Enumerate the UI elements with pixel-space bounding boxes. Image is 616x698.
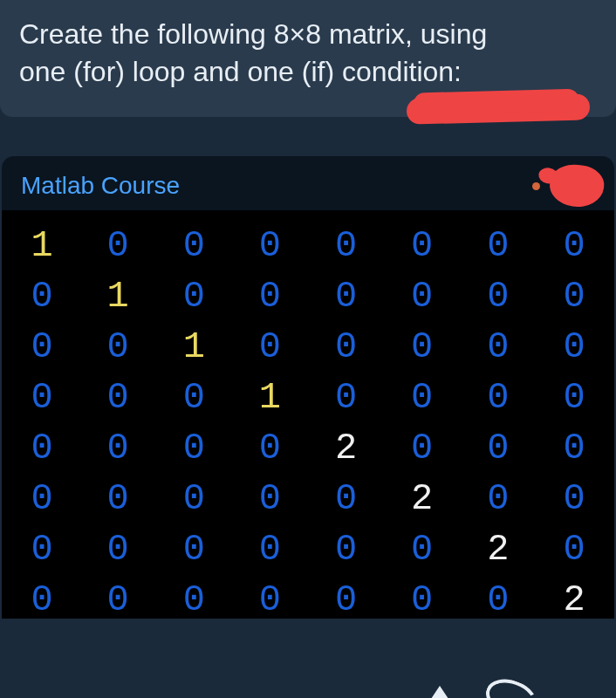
course-label: Matlab Course [21, 172, 595, 210]
matrix-cell: 0 [325, 380, 367, 416]
matrix-cell: 0 [553, 481, 595, 517]
matrix-cell: 0 [173, 278, 215, 315]
matrix-cell: 0 [401, 380, 443, 416]
matrix-cell: 0 [249, 582, 291, 619]
matrix-output: 1000000001000000001000000001000000002000… [2, 210, 614, 619]
matrix-cell: 0 [401, 329, 443, 366]
matrix-cell: 0 [249, 481, 291, 517]
matrix-cell: 0 [249, 329, 291, 366]
matrix-cell: 0 [21, 430, 63, 467]
redaction-mark [407, 93, 591, 124]
matrix-cell: 0 [401, 582, 443, 619]
matrix-cell: 0 [173, 481, 215, 517]
matrix-cell: 0 [97, 582, 139, 619]
matrix-cell: 0 [97, 228, 139, 264]
matrix-cell: 0 [477, 228, 519, 264]
matrix-cell: 0 [553, 531, 595, 568]
matrix-cell: 0 [477, 329, 519, 366]
matrix-cell: 0 [477, 430, 519, 467]
matrix-cell: 0 [21, 278, 63, 315]
matrix-cell: 0 [325, 531, 367, 568]
matrix-cell: 0 [401, 278, 443, 315]
matrix-cell: 0 [553, 278, 595, 315]
matrix-cell: 0 [249, 228, 291, 264]
matrix-cell: 2 [401, 481, 443, 517]
matrix-cell: 0 [401, 531, 443, 568]
matrix-cell: 0 [249, 531, 291, 568]
matrix-row: 00000200 [21, 481, 595, 517]
matrix-cell: 0 [249, 430, 291, 467]
matrix-cell: 1 [21, 228, 63, 264]
matrix-row: 00000020 [21, 531, 595, 568]
matrix-cell: 0 [21, 481, 63, 517]
matrix-cell: 2 [477, 531, 519, 568]
matrix-row: 00100000 [21, 329, 595, 366]
matrix-row: 00002000 [21, 430, 595, 467]
matrix-cell: 0 [553, 430, 595, 467]
matrix-cell: 0 [477, 380, 519, 416]
matrix-cell: 0 [401, 228, 443, 264]
matrix-cell: 0 [553, 228, 595, 264]
matrix-cell: 0 [553, 329, 595, 366]
matrix-cell: 0 [173, 582, 215, 619]
matrix-cell: 0 [97, 481, 139, 517]
matrix-cell: 2 [553, 582, 595, 619]
matrix-cell: 0 [401, 430, 443, 467]
matrix-row: 01000000 [21, 278, 595, 315]
matrix-cell: 0 [21, 582, 63, 619]
matrix-cell: 0 [477, 278, 519, 315]
matrix-row: 10000000 [21, 228, 595, 264]
question-block: Create the following 8×8 matrix, using o… [0, 0, 616, 117]
matrix-cell: 0 [173, 380, 215, 416]
matrix-cell: 0 [477, 582, 519, 619]
matrix-cell: 0 [173, 430, 215, 467]
matrix-cell: 0 [21, 329, 63, 366]
matrix-cell: 0 [325, 278, 367, 315]
matrix-cell: 0 [325, 329, 367, 366]
question-line-2: one (for) loop and one (if) condition: [19, 53, 597, 91]
matrix-cell: 2 [325, 430, 367, 467]
matrix-cell: 0 [97, 329, 139, 366]
matrix-cell: 0 [325, 582, 367, 619]
matrix-cell: 0 [97, 531, 139, 568]
matrix-cell: 0 [97, 430, 139, 467]
matrix-cell: 0 [477, 481, 519, 517]
matrix-cell: 0 [21, 380, 63, 416]
matrix-row: 00010000 [21, 380, 595, 416]
matrix-cell: 1 [173, 329, 215, 366]
matrix-cell: 1 [249, 380, 291, 416]
course-header: Matlab Course [2, 156, 614, 210]
matrix-cell: 0 [21, 531, 63, 568]
matrix-cell: 1 [97, 278, 139, 315]
matrix-cell: 0 [249, 278, 291, 315]
question-line-1: Create the following 8×8 matrix, using [19, 16, 597, 53]
matrix-cell: 0 [553, 380, 595, 416]
overlay-decor [319, 672, 564, 698]
matrix-cell: 0 [325, 228, 367, 264]
matrix-row: 00000002 [21, 582, 595, 619]
matrix-cell: 0 [173, 228, 215, 264]
matrix-cell: 0 [97, 380, 139, 416]
matrix-cell: 0 [173, 531, 215, 568]
matrix-cell: 0 [325, 481, 367, 517]
